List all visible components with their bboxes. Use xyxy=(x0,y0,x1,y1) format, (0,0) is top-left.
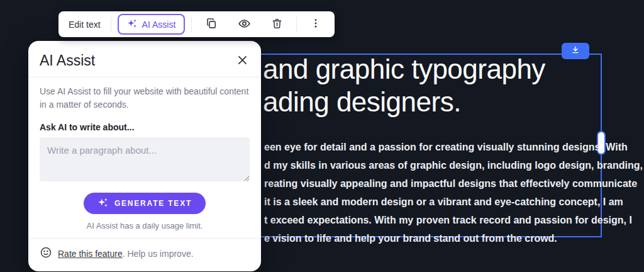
toolbar-divider xyxy=(111,17,111,32)
paragraph-line: t exceed expectations. With my proven tr… xyxy=(264,211,643,229)
trash-icon xyxy=(271,18,283,31)
toolbar-divider xyxy=(296,17,297,32)
hero-heading-line: ading designers. xyxy=(263,86,545,118)
hero-heading: and graphic typography ading designers. xyxy=(263,53,545,118)
ai-assist-button-label: AI Assist xyxy=(142,20,176,30)
ai-assist-modal: AI Assist Use AI Assist to fill your web… xyxy=(28,41,261,271)
text-element-toolbar: Edit text AI Assist xyxy=(58,11,335,37)
toolbar-divider xyxy=(191,17,192,32)
delete-button[interactable] xyxy=(264,14,290,35)
paragraph-line: e vision to life and help your brand sta… xyxy=(264,229,643,247)
kebab-icon xyxy=(310,18,321,31)
generate-text-button[interactable]: GENERATE TEXT xyxy=(84,193,206,214)
eye-icon xyxy=(238,17,251,32)
more-options-button[interactable] xyxy=(303,14,328,35)
modal-description: Use AI Assist to fill your website with … xyxy=(40,85,250,111)
modal-header: AI Assist xyxy=(28,52,261,77)
hero-paragraph: een eye for detail and a passion for cre… xyxy=(264,138,643,247)
paragraph-line: reating visually appealing and impactful… xyxy=(264,174,643,193)
block-drag-handle[interactable] xyxy=(562,43,589,59)
rate-feature-rest: . Help us improve. xyxy=(123,249,194,259)
paragraph-line: een eye for detail and a passion for cre… xyxy=(264,138,643,156)
visibility-button[interactable] xyxy=(231,14,258,35)
paragraph-line: d my skills in various areas of graphic … xyxy=(264,156,643,174)
duplicate-button[interactable] xyxy=(198,14,225,35)
usage-note: AI Assist has a daily usage limit. xyxy=(40,221,250,230)
prompt-label: Ask AI to write about... xyxy=(40,122,250,132)
sparkles-icon xyxy=(97,197,109,210)
modal-title: AI Assist xyxy=(40,52,95,69)
edit-text-button[interactable]: Edit text xyxy=(69,20,101,30)
paragraph-line: it is a sleek and modern design or a vib… xyxy=(264,193,643,211)
smiley-icon xyxy=(40,246,52,261)
generate-text-label: GENERATE TEXT xyxy=(114,199,192,208)
rate-feature-text: Rate this feature. Help us improve. xyxy=(58,249,194,259)
prompt-textarea[interactable] xyxy=(40,137,250,181)
modal-footer: Rate this feature. Help us improve. xyxy=(28,238,261,261)
hero-heading-line: and graphic typography xyxy=(263,53,545,86)
close-button[interactable] xyxy=(235,54,250,69)
copy-icon xyxy=(205,17,218,31)
rate-feature-link[interactable]: Rate this feature xyxy=(58,249,123,259)
modal-body: Use AI Assist to fill your website with … xyxy=(28,77,261,230)
sparkles-icon xyxy=(127,18,138,31)
close-icon xyxy=(236,54,248,68)
ai-assist-button[interactable]: AI Assist xyxy=(118,14,186,35)
download-icon xyxy=(571,45,580,57)
